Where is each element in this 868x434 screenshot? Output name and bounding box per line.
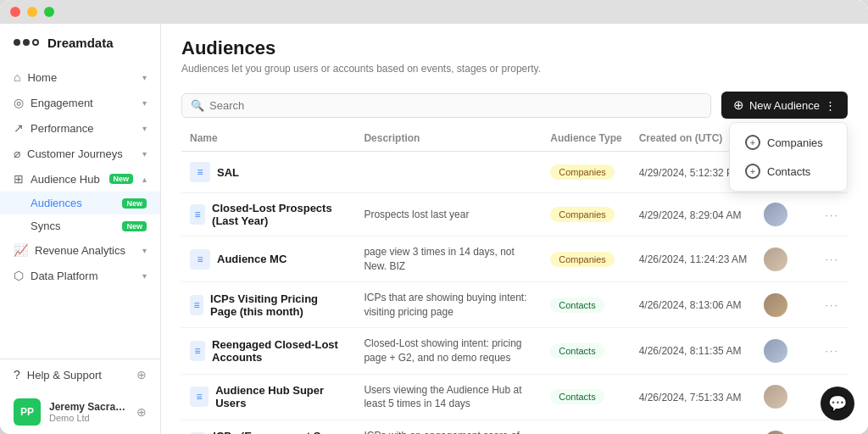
- audience-name: Audience Hub Super Users: [215, 384, 347, 409]
- logo-text: Dreamdata: [47, 36, 114, 50]
- new-audience-button[interactable]: ⊕ New Audience ⋮: [721, 92, 848, 119]
- minimize-dot[interactable]: [27, 7, 37, 17]
- home-icon: ⌂: [14, 70, 20, 84]
- cell-created-by: [755, 328, 816, 374]
- toolbar: 🔍 ⊕ New Audience ⋮ + Companies +: [161, 85, 868, 125]
- close-dot[interactable]: [10, 7, 20, 17]
- search-input[interactable]: [209, 99, 702, 112]
- sidebar-subitem-audiences-label: Audiences: [31, 197, 82, 209]
- table-row[interactable]: ≡ ICPs (Engagement Score >90%) ICPs with…: [181, 420, 848, 434]
- chat-bubble-button[interactable]: 💬: [821, 387, 854, 420]
- page-subtitle: Audiences let you group users or account…: [181, 63, 848, 75]
- engagement-icon: ◎: [14, 96, 24, 109]
- col-name: Name: [181, 125, 355, 152]
- row-menu-button[interactable]: ···: [825, 344, 839, 357]
- cell-created-on: 4/25/2024, 3:44:28 PM: [631, 420, 755, 434]
- sidebar-subitem-audiences[interactable]: Audiences New: [0, 192, 160, 214]
- cell-actions[interactable]: ···: [816, 282, 848, 328]
- cell-type: Companies: [542, 152, 630, 193]
- creator-avatar: [764, 203, 787, 226]
- chevron-down-icon: ▾: [142, 246, 147, 255]
- cell-created-on: 4/26/2024, 8:11:35 AM: [631, 328, 755, 374]
- menu-dots-icon: ⋮: [825, 99, 836, 112]
- audience-row-icon: ≡: [190, 204, 205, 225]
- audience-description: page view 3 times in 14 days, not New. B…: [364, 246, 514, 272]
- audience-description: ICPs that are showing buying intent: vis…: [364, 292, 526, 318]
- sidebar-item-performance[interactable]: ↗ Performance ▾: [0, 115, 160, 141]
- dropdown-item-companies[interactable]: + Companies: [735, 128, 842, 157]
- new-audience-label: New Audience: [749, 99, 820, 112]
- revenue-icon: 📈: [14, 243, 28, 257]
- user-info: Jeremy Sacram... Demo Ltd: [49, 401, 128, 423]
- cell-description: [355, 152, 542, 193]
- chevron-down-icon: ▾: [142, 98, 147, 108]
- cell-type: Contacts: [542, 282, 630, 328]
- main-content: Audiences Audiences let you group users …: [161, 0, 868, 434]
- cell-name: ≡ Audience Hub Super Users: [181, 374, 355, 420]
- sidebar-item-engagement[interactable]: ◎ Engagement ▾: [0, 90, 160, 115]
- sidebar-item-revenue-analytics[interactable]: 📈 Revenue Analytics ▾: [0, 237, 160, 263]
- chat-icon: 💬: [828, 394, 847, 413]
- sidebar-item-audience-hub[interactable]: ⊞ Audience Hub New ▴: [0, 166, 160, 192]
- cell-created-by: [755, 282, 816, 328]
- cell-name: ≡ Closed-Lost Prospects (Last Year): [181, 193, 355, 236]
- search-icon: 🔍: [191, 99, 204, 112]
- audience-name: Closed-Lost Prospects (Last Year): [212, 202, 347, 227]
- audience-type-badge: Contacts: [550, 343, 604, 359]
- audience-description: Prospects lost last year: [364, 209, 469, 220]
- created-date: 4/26/2024, 11:24:23 AM: [639, 253, 747, 265]
- cell-description: ICPs with an engagement score of more th…: [355, 420, 542, 434]
- sidebar-bottom: ? Help & Support ⊕ PP Jeremy Sacram... D…: [0, 359, 160, 434]
- col-audience-type: Audience Type: [542, 125, 630, 152]
- audience-hub-badge: New: [109, 174, 134, 184]
- cell-type: Contacts: [542, 374, 630, 420]
- cell-actions[interactable]: ···: [816, 420, 848, 434]
- cell-description: Closed-Lost showing intent: pricing page…: [355, 328, 542, 374]
- cell-description: page view 3 times in 14 days, not New. B…: [355, 236, 542, 282]
- table-row[interactable]: ≡ Closed-Lost Prospects (Last Year) Pros…: [181, 193, 848, 236]
- audience-description: Users viewing the Audience Hub at least …: [364, 384, 521, 410]
- dropdown-item-contacts[interactable]: + Contacts: [735, 157, 842, 186]
- audience-type-badge: Companies: [550, 164, 615, 180]
- cell-created-on: 4/26/2024, 11:24:23 AM: [631, 236, 755, 282]
- sidebar-subitem-syncs[interactable]: Syncs New: [0, 214, 160, 237]
- audience-row-icon: ≡: [190, 295, 203, 315]
- user-name: Jeremy Sacram...: [49, 401, 128, 413]
- sidebar-item-data-platform[interactable]: ⬡ Data Platform ▾: [0, 263, 160, 288]
- chevron-up-icon: ▴: [142, 175, 147, 184]
- audience-row-icon: ≡: [190, 162, 210, 182]
- user-company: Demo Ltd: [49, 413, 128, 423]
- settings-icon[interactable]: ⊕: [136, 405, 147, 419]
- sidebar-item-customer-journeys[interactable]: ⌀ Customer Journeys ▾: [0, 141, 160, 166]
- journeys-icon: ⌀: [14, 147, 20, 160]
- cell-actions[interactable]: ···: [816, 328, 848, 374]
- audience-row-icon: ≡: [190, 387, 209, 407]
- sidebar: Dreamdata ⌂ Home ▾ ◎ Engagement ▾ ↗ Perf…: [0, 0, 161, 434]
- audience-row-icon: ≡: [190, 341, 205, 361]
- table-row[interactable]: ≡ Audience MC page view 3 times in 14 da…: [181, 236, 848, 282]
- cell-created-on: 4/26/2024, 8:13:06 AM: [631, 282, 755, 328]
- sidebar-item-home[interactable]: ⌂ Home ▾: [0, 64, 160, 90]
- help-icon: ?: [14, 368, 20, 381]
- cell-created-by: [755, 374, 816, 420]
- cell-actions[interactable]: ···: [816, 236, 848, 282]
- cell-type: Contacts: [542, 328, 630, 374]
- audience-type-badge: Companies: [550, 207, 615, 222]
- cell-type: Companies: [542, 193, 630, 236]
- sidebar-item-audience-hub-label: Audience Hub: [31, 173, 100, 186]
- cell-actions[interactable]: ···: [816, 193, 848, 236]
- search-box[interactable]: 🔍: [181, 93, 711, 118]
- user-profile[interactable]: PP Jeremy Sacram... Demo Ltd ⊕: [0, 390, 160, 434]
- table-row[interactable]: ≡ Reengaged Closed-Lost Accounts Closed-…: [181, 328, 848, 374]
- data-platform-icon: ⬡: [14, 269, 24, 282]
- creator-avatar: [764, 293, 787, 317]
- sidebar-item-help[interactable]: ? Help & Support ⊕: [0, 359, 160, 390]
- creator-avatar: [764, 431, 787, 434]
- row-menu-button[interactable]: ···: [825, 209, 839, 221]
- row-menu-button[interactable]: ···: [825, 298, 839, 311]
- creator-avatar: [764, 339, 787, 363]
- table-row[interactable]: ≡ Audience Hub Super Users Users viewing…: [181, 374, 848, 420]
- table-row[interactable]: ≡ ICPs Visiting Pricing Page (this month…: [181, 282, 848, 328]
- maximize-dot[interactable]: [44, 7, 54, 17]
- row-menu-button[interactable]: ···: [825, 253, 839, 265]
